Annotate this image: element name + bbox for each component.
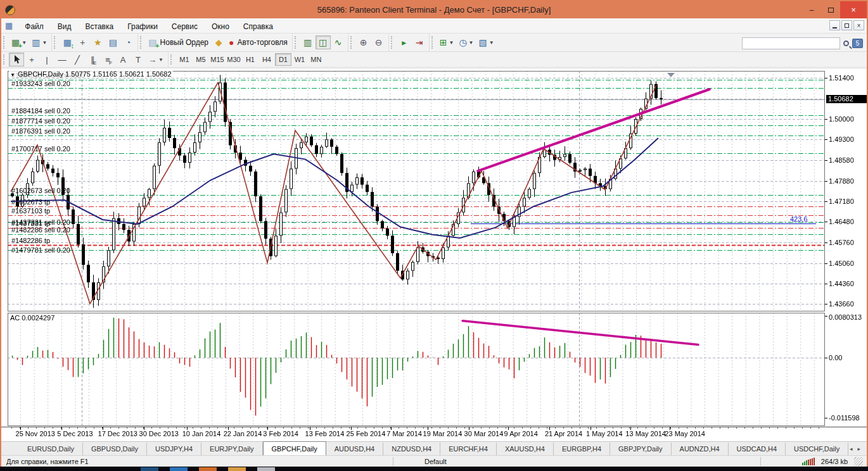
navigator-button[interactable]: ★ [90,35,105,49]
taskbar-app-icon[interactable] [199,467,217,471]
tab-usdchf-daily[interactable]: USDCHF,Daily [786,443,848,455]
tab-scroll-left-icon[interactable]: ◂ [850,446,853,452]
menu-графики[interactable]: Графики [120,20,165,33]
tab-xauusd-h4[interactable]: XAUUSD,H4 [497,443,554,455]
tab-audusd-h4[interactable]: AUDUSD,H4 [326,443,384,455]
metaeditor-button[interactable]: ◆ [211,35,226,49]
trendline-button[interactable]: ╱ [70,53,85,66]
data-window-button[interactable]: + [75,35,90,49]
timeframe-m30[interactable]: M30 [226,53,242,66]
dropdown-caret-icon[interactable]: ▼ [449,40,454,46]
tab-audnzd-h4[interactable]: AUDNZD,H4 [672,443,729,455]
chart-shift-button[interactable]: ⇥ [412,35,427,49]
candlestick-chart-button[interactable]: ◫ [316,35,331,49]
profiles-button[interactable]: ▥▼ [29,35,49,49]
chart-header[interactable]: ▼GBPCHF,Daily 1.50775 1.51165 1.50621 1.… [9,70,173,78]
date-axis-tick: 22 Jan 2014 [224,430,262,437]
toolbar-group-handle[interactable] [350,36,354,49]
timeframe-mn[interactable]: MN [308,53,324,66]
timeframe-m5[interactable]: M5 [193,53,209,66]
crosshair-tool-button[interactable]: + [24,53,39,66]
toolbar-group-handle[interactable] [391,36,394,49]
bar-chart-button[interactable]: ▥ [300,35,316,49]
notifications-badge[interactable]: 5 [852,39,863,48]
tab-eurchf-h4[interactable]: EURCHF,H4 [440,443,497,455]
menu-окно[interactable]: Окно [205,20,236,33]
taskbar-app-icon[interactable] [228,467,246,471]
taskbar-app-icon[interactable] [257,467,275,471]
periods-button[interactable]: ◷▼ [456,35,476,49]
equidistant-channel-button[interactable]: ∥E [85,53,100,66]
search-input[interactable] [742,37,840,49]
tab-usdcad-h4[interactable]: USDCAD,H4 [729,443,786,455]
dropdown-caret-icon[interactable]: ▼ [489,40,494,46]
chart-area[interactable]: ▼GBPCHF,Daily 1.50775 1.51165 1.50621 1.… [1,69,867,441]
dropdown-caret-icon[interactable]: ▼ [158,57,163,63]
market-watch-button[interactable]: ▦↕ [60,35,75,49]
vertical-line-button[interactable]: | [39,53,54,66]
templates-button[interactable]: ▧▼ [476,35,497,49]
toolbar-group-handle[interactable] [295,36,298,49]
tab-eurjpy-daily[interactable]: EURJPY,Daily [201,443,263,455]
timeframe-m15[interactable]: M15 [209,53,226,66]
cursor-tool-button[interactable] [9,53,24,66]
timeframe-d1[interactable]: D1 [275,53,291,66]
autotrading-button[interactable]: ●Авто-торговля [226,35,290,49]
text-tool-button[interactable]: A [115,53,131,66]
tab-usdjpy-h4[interactable]: USDJPY,H4 [147,443,201,455]
menu-справка[interactable]: Справка [236,20,280,33]
tab-scroll-right-icon[interactable]: ▸ [857,446,860,452]
price-chart-canvas[interactable] [1,69,867,441]
horizontal-line-button[interactable]: — [54,53,70,66]
profile-selector[interactable]: Default [424,458,447,465]
symbol-dropdown-icon[interactable]: ▼ [10,72,15,78]
taskbar-app-icon[interactable] [141,467,158,471]
toolbar-group-handle[interactable] [3,36,6,49]
date-axis-tick: 7 Mar 2014 [386,430,422,437]
tab-gbpusd-daily[interactable]: GBPUSD,Daily [83,443,147,455]
dropdown-caret-icon[interactable]: ▼ [42,40,47,46]
taskbar-app-icon[interactable] [170,467,188,471]
dropdown-caret-icon[interactable]: ▼ [469,40,474,46]
dropdown-caret-icon[interactable]: ▼ [22,40,27,46]
title-bar[interactable]: 565896: Panteon Client Terminal - Демо С… [1,1,867,18]
price-axis-tick: 1.44360 [829,280,854,287]
tab-gbpchf-daily[interactable]: GBPCHF,Daily [263,441,326,455]
label-tool-button[interactable]: T [131,53,146,66]
new-order-button[interactable]: ▤+Новый Ордер [146,35,211,49]
order-line-label: #1437331 tp [11,220,50,227]
strategy-tester-button[interactable]: ◔ [120,35,136,49]
tab-gbpjpy-daily[interactable]: GBPJPY,Daily [610,443,672,455]
tab-eurgbp-h4[interactable]: EURGBP,H4 [554,443,610,455]
toolbar-group-handle[interactable] [140,36,143,49]
toolbar-group-handle[interactable] [3,54,6,65]
new-chart-button[interactable]: ▦+▼ [9,35,29,49]
toolbar-group-handle[interactable] [431,36,435,49]
search-icon[interactable] [843,41,849,46]
timeframe-h1[interactable]: H1 [242,53,258,66]
child-minimize-button[interactable] [829,20,840,30]
timeframe-h4[interactable]: H4 [258,53,275,66]
menu-вид[interactable]: Вид [51,20,79,33]
zoom-in-button[interactable]: ⊕ [356,35,371,49]
menu-сервис[interactable]: Сервис [165,20,205,33]
child-restore-button[interactable] [841,20,852,30]
toolbar-group-handle[interactable] [170,54,174,65]
fibonacci-button[interactable]: ≡F [100,53,115,66]
arrows-tool-button[interactable]: →▼ [146,53,166,66]
indicators-button[interactable]: ⊞▼ [437,35,457,49]
tab-nzdusd-h4[interactable]: NZDUSD,H4 [383,443,440,455]
windows-taskbar[interactable] [0,467,868,471]
toolbar-group-handle[interactable] [54,36,57,49]
auto-scroll-button[interactable]: ▸ [397,35,412,49]
timeframe-m1[interactable]: M1 [176,53,193,66]
terminal-button[interactable]: ▤ [105,35,120,49]
child-close-button[interactable]: × [853,20,864,30]
menu-вставка[interactable]: Вставка [79,20,121,33]
zoom-out-button[interactable]: ⊖ [371,35,386,49]
line-chart-button[interactable]: ∿ [331,35,346,49]
tab-eurusd-daily[interactable]: EURUSD,Daily [19,443,83,455]
resize-grip[interactable] [854,457,863,466]
timeframe-w1[interactable]: W1 [291,53,308,66]
menu-файл[interactable]: Файл [18,20,51,33]
